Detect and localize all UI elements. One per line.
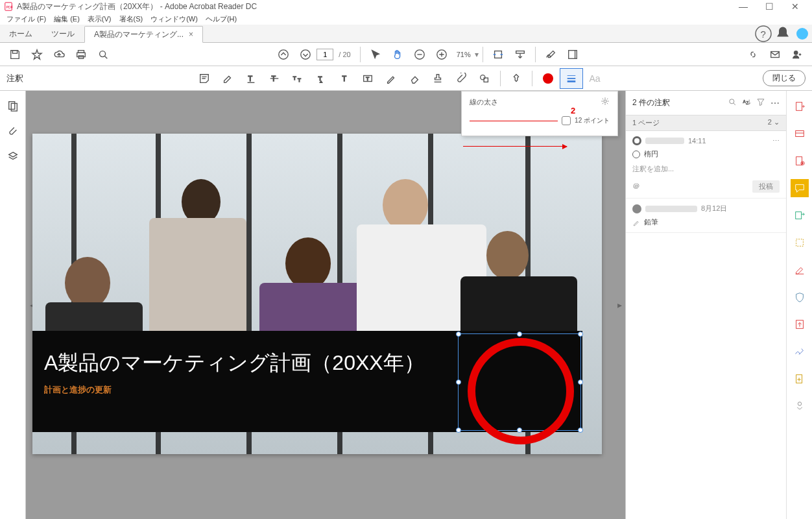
document-canvas[interactable]: ◂ ▸ 線の太さ 12 ポイント 2 1 xyxy=(26,91,625,519)
thumbnails-icon[interactable] xyxy=(7,100,19,114)
annotation-label: 注釈 xyxy=(6,73,36,84)
comments-filter-icon[interactable] xyxy=(756,97,765,108)
strikethrough-icon[interactable]: T xyxy=(263,68,286,89)
menu-window[interactable]: ウィンドウ(W) xyxy=(147,14,202,24)
post-comment-button[interactable]: 投稿 xyxy=(752,180,780,193)
account-avatar[interactable] xyxy=(793,25,812,42)
share-people-icon[interactable] xyxy=(786,44,808,65)
thickness-settings-icon[interactable] xyxy=(601,97,610,107)
page-up-icon[interactable] xyxy=(272,44,294,65)
hand-tool-icon[interactable] xyxy=(387,44,409,65)
tab-close-icon[interactable]: × xyxy=(189,30,193,39)
maximize-button[interactable]: ☐ xyxy=(756,1,782,12)
cloud-upload-icon[interactable] xyxy=(48,44,70,65)
zoom-in-icon[interactable] xyxy=(431,44,453,65)
pdf-page: A製品のマーケティング計画（20XX年） 計画と進捗の更新 xyxy=(32,134,602,454)
star-icon[interactable] xyxy=(26,44,48,65)
comment-more-icon[interactable]: ⋯ xyxy=(772,137,780,145)
layers-icon[interactable] xyxy=(7,151,19,164)
organize-pages-icon[interactable] xyxy=(791,206,809,224)
svg-rect-14 xyxy=(516,51,524,53)
next-page-arrow[interactable]: ▸ xyxy=(615,295,624,315)
comment-tool-icon[interactable] xyxy=(791,179,809,197)
tab-tools[interactable]: ツール xyxy=(42,25,84,42)
comments-search-icon[interactable] xyxy=(728,97,737,108)
comment-author-blur xyxy=(645,206,697,212)
create-pdf-icon[interactable] xyxy=(791,125,809,143)
comments-more-icon[interactable]: ⋯ xyxy=(770,98,780,108)
selected-oval-annotation[interactable] xyxy=(458,333,581,431)
textbox-icon[interactable]: T xyxy=(356,68,379,89)
add-text-icon[interactable]: T xyxy=(333,68,356,89)
text-properties-icon[interactable]: Aa xyxy=(583,68,606,89)
select-tool-icon[interactable] xyxy=(364,44,387,65)
more-tools-icon[interactable] xyxy=(791,397,809,415)
menu-sign[interactable]: 署名(S) xyxy=(115,14,147,24)
page-number-input[interactable] xyxy=(316,49,333,60)
comment-add-input[interactable]: 注釈を追加... xyxy=(632,164,780,174)
highlight-icon[interactable] xyxy=(216,68,239,89)
shapes-icon[interactable] xyxy=(473,68,496,89)
thickness-slider-handle[interactable] xyxy=(562,116,571,125)
comment-item-1[interactable]: 14:11 ⋯ 楕円 注釈を追加... ＠ 投稿 xyxy=(626,131,786,199)
read-mode-icon[interactable] xyxy=(509,44,531,65)
protect-icon[interactable] xyxy=(791,288,809,306)
attachments-icon[interactable] xyxy=(7,125,19,139)
svg-point-31 xyxy=(730,99,734,104)
fit-width-icon[interactable] xyxy=(487,44,509,65)
comments-sort-icon[interactable]: AZ xyxy=(742,97,751,108)
link-share-icon[interactable] xyxy=(742,44,764,65)
svg-point-10 xyxy=(301,49,310,58)
pin-icon[interactable] xyxy=(505,68,528,89)
notifications-icon[interactable] xyxy=(773,25,793,42)
mention-icon[interactable]: ＠ xyxy=(632,181,640,192)
toggle-pane-icon[interactable] xyxy=(562,44,584,65)
tab-home[interactable]: ホーム xyxy=(0,25,42,42)
help-icon[interactable]: ? xyxy=(754,25,773,42)
left-navigation-rail xyxy=(0,91,26,519)
print-icon[interactable] xyxy=(70,44,92,65)
svg-text:T: T xyxy=(366,75,369,81)
fill-sign-icon[interactable] xyxy=(791,343,809,361)
sticky-note-icon[interactable] xyxy=(193,68,216,89)
menu-edit[interactable]: 編集 (E) xyxy=(50,14,84,24)
more-tools-add-icon[interactable] xyxy=(791,370,809,388)
close-annotation-button[interactable]: 閉じる xyxy=(763,70,806,86)
convert-icon[interactable] xyxy=(791,315,809,333)
menu-help[interactable]: ヘルプ(H) xyxy=(202,14,241,24)
stamp-icon[interactable] xyxy=(426,68,449,89)
zoom-level[interactable]: 71% xyxy=(453,51,475,58)
thickness-slider-track[interactable] xyxy=(470,121,558,121)
email-icon[interactable] xyxy=(764,44,786,65)
line-thickness-button[interactable] xyxy=(560,68,583,89)
export-pdf-icon[interactable] xyxy=(791,97,809,115)
page-total-label: / 20 xyxy=(333,51,355,58)
right-tools-rail xyxy=(786,91,812,519)
redact-icon[interactable] xyxy=(791,261,809,279)
save-icon[interactable] xyxy=(4,44,26,65)
page-down-icon[interactable] xyxy=(294,44,316,65)
edit-pdf-icon[interactable] xyxy=(791,152,809,170)
minimize-button[interactable]: ― xyxy=(730,1,756,12)
tab-document[interactable]: A製品のマーケティング... × xyxy=(84,26,203,43)
replace-text-icon[interactable]: TT xyxy=(286,68,309,89)
svg-text:T: T xyxy=(248,74,253,82)
line-thickness-popup: 線の太さ 12 ポイント 2 xyxy=(461,91,618,136)
zoom-out-icon[interactable] xyxy=(409,44,431,65)
eraser-icon[interactable] xyxy=(403,68,426,89)
compress-icon[interactable] xyxy=(791,234,809,252)
pencil-icon[interactable] xyxy=(379,68,403,89)
find-icon[interactable] xyxy=(92,44,114,65)
comment-item-2[interactable]: 8月12日 鉛筆 xyxy=(626,199,786,233)
underline-text-icon[interactable]: T xyxy=(239,68,263,89)
svg-text:PDF: PDF xyxy=(6,5,14,9)
attach-icon[interactable] xyxy=(449,68,473,89)
menu-file[interactable]: ファイル (F) xyxy=(3,14,50,24)
color-picker[interactable] xyxy=(536,68,560,89)
insert-text-icon[interactable]: T xyxy=(309,68,333,89)
menu-view[interactable]: 表示(V) xyxy=(84,14,115,24)
sign-icon[interactable] xyxy=(540,44,562,65)
comments-page-strip[interactable]: 1 ページ 2 ⌄ xyxy=(626,115,786,131)
close-window-button[interactable]: ✕ xyxy=(782,1,808,12)
svg-point-9 xyxy=(279,49,288,58)
